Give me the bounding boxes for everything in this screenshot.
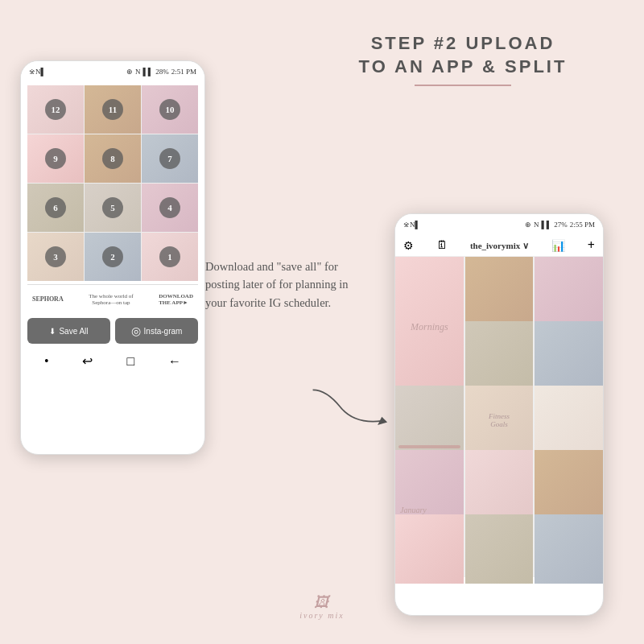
cell-number-3: 3 bbox=[45, 246, 66, 267]
ad-bar: SEPHORA The whole world of Sephora—on ta… bbox=[27, 284, 198, 313]
nav-dot-icon: • bbox=[44, 354, 49, 369]
status-icons-left: ⊕ N ▌▌ 28% 2:51 PM bbox=[126, 68, 196, 76]
ig-cell-row5-2[interactable] bbox=[465, 514, 534, 584]
cell-number-8: 8 bbox=[102, 148, 123, 169]
ig-cell-row3-2[interactable]: Fitness Goals bbox=[465, 386, 534, 455]
phone-left: ※N▌ ⊕ N ▌▌ 28% 2:51 PM 12 11 10 9 bbox=[20, 60, 205, 455]
ig-cell-granola[interactable] bbox=[465, 257, 534, 326]
arrow-icon bbox=[306, 386, 402, 435]
nav-recent-icon: ← bbox=[168, 354, 181, 369]
january-label: January bbox=[400, 506, 427, 514]
cell-number-10: 10 bbox=[159, 99, 180, 120]
ig-cell-row4-1[interactable]: January bbox=[395, 450, 464, 519]
grid-cell-11[interactable]: 11 bbox=[85, 85, 141, 134]
cell-number-4: 4 bbox=[159, 197, 180, 218]
description-text: Download and "save all" for posting late… bbox=[205, 258, 358, 312]
download-ad: DOWNLOADTHE APP► bbox=[159, 293, 193, 306]
settings-icon[interactable]: ⚙ bbox=[403, 239, 414, 253]
grid-cell-7[interactable]: 7 bbox=[142, 134, 198, 183]
add-icon[interactable]: + bbox=[588, 238, 595, 253]
ig-cell-pink1[interactable] bbox=[535, 257, 603, 326]
image-grid-left: 12 11 10 9 8 7 6 5 bbox=[27, 85, 198, 281]
cell-number-7: 7 bbox=[159, 148, 180, 169]
cell-number-12: 12 bbox=[45, 99, 66, 120]
title-line2: TO AN APP & SPLIT bbox=[306, 56, 620, 79]
ig-cell-row2-3[interactable] bbox=[535, 321, 603, 390]
chart-icon[interactable]: 📊 bbox=[551, 239, 565, 253]
ad-text: The whole world of Sephora—on tap bbox=[79, 293, 143, 306]
grid-cell-5[interactable]: 5 bbox=[85, 184, 141, 232]
ig-cell-row2-2[interactable] bbox=[465, 321, 534, 390]
instagram-icon: ◎ bbox=[131, 324, 141, 337]
brand-name: ivory mix bbox=[290, 611, 354, 620]
mornings-label: Mornings bbox=[411, 321, 448, 333]
save-all-button[interactable]: ⬇ Save All bbox=[27, 318, 110, 344]
ig-cell-row5-3[interactable] bbox=[535, 514, 603, 584]
cell-number-1: 1 bbox=[159, 246, 180, 267]
grid-cell-9[interactable]: 9 bbox=[27, 134, 84, 183]
calendar-icon[interactable]: 🗓 bbox=[436, 239, 448, 252]
status-bar-left: ※N▌ ⊕ N ▌▌ 28% 2:51 PM bbox=[21, 61, 204, 82]
brand-icon: 🖼 bbox=[290, 594, 354, 611]
grid-cell-8[interactable]: 8 bbox=[85, 134, 141, 183]
signal-icon-right: ※N▌ bbox=[403, 221, 420, 229]
ig-photo-grid: Mornings Fitness Goals January bbox=[395, 257, 603, 577]
grid-cell-10[interactable]: 10 bbox=[142, 85, 198, 134]
download-icon: ⬇ bbox=[49, 327, 56, 336]
cell-number-5: 5 bbox=[102, 197, 123, 218]
phone-right: ※N▌ ⊕ N ▌▌ 27% 2:55 PM ⚙ 🗓 the_ivorymix … bbox=[394, 213, 604, 616]
grid-cell-1[interactable]: 1 bbox=[142, 233, 198, 281]
status-signal-left: ※N▌ bbox=[29, 68, 46, 76]
grid-cell-3[interactable]: 3 bbox=[27, 233, 84, 281]
nav-bar-left: • ↩ □ ← bbox=[21, 349, 204, 374]
grid-cell-2[interactable]: 2 bbox=[85, 233, 141, 281]
nav-home-icon: □ bbox=[126, 354, 134, 369]
title-section: STEP #2 UPLOAD TO AN APP & SPLIT bbox=[306, 32, 620, 93]
cell-number-2: 2 bbox=[102, 246, 123, 267]
fitness-goals-label: Fitness Goals bbox=[482, 412, 516, 428]
grid-cell-12[interactable]: 12 bbox=[27, 85, 84, 134]
sephora-ad: SEPHORA bbox=[32, 295, 64, 303]
instagram-button[interactable]: ◎ Insta-gram bbox=[115, 318, 198, 344]
brush-stroke-icon bbox=[398, 445, 460, 448]
brand-logo: 🖼 ivory mix bbox=[290, 594, 354, 620]
nav-back-icon: ↩ bbox=[82, 353, 93, 369]
ig-cell-mornings[interactable]: Mornings bbox=[395, 257, 464, 397]
cell-number-6: 6 bbox=[45, 197, 66, 218]
status-right-icons: ⊕ N ▌▌ 27% 2:55 PM bbox=[525, 221, 595, 229]
cell-number-9: 9 bbox=[45, 148, 66, 169]
ig-cell-row3-1[interactable] bbox=[395, 386, 464, 455]
ig-cell-row3-3[interactable] bbox=[535, 386, 603, 455]
ig-cell-row4-2[interactable] bbox=[465, 450, 534, 519]
title-divider bbox=[415, 85, 511, 86]
ig-cell-row5-1[interactable] bbox=[395, 514, 464, 584]
grid-cell-6[interactable]: 6 bbox=[27, 184, 84, 232]
app-toolbar: ⚙ 🗓 the_ivorymix ∨ 📊 + bbox=[395, 235, 603, 257]
username-display: the_ivorymix ∨ bbox=[470, 241, 529, 251]
grid-cell-4[interactable]: 4 bbox=[142, 184, 198, 232]
ig-cell-row4-3[interactable] bbox=[535, 450, 603, 519]
status-bar-right: ※N▌ ⊕ N ▌▌ 27% 2:55 PM bbox=[395, 214, 603, 235]
bottom-buttons: ⬇ Save All ◎ Insta-gram bbox=[21, 313, 204, 349]
title-line1: STEP #2 UPLOAD bbox=[306, 32, 620, 56]
cell-number-11: 11 bbox=[102, 99, 123, 120]
